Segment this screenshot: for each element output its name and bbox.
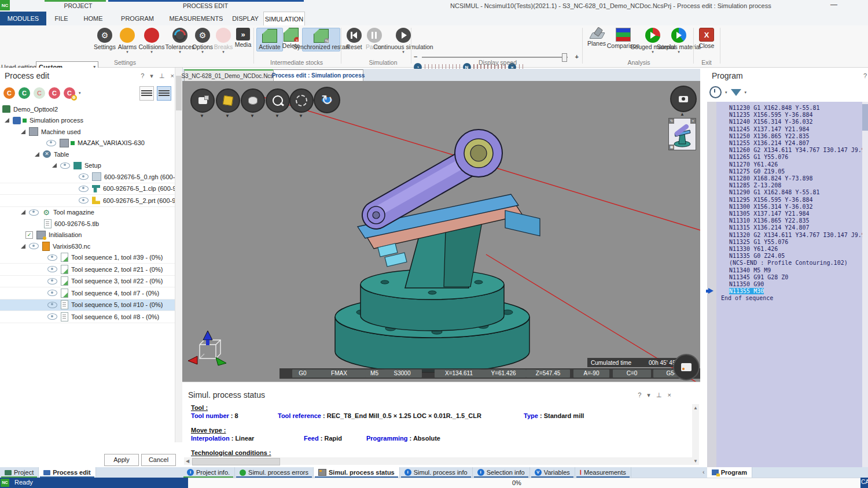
program-line[interactable]: N11250 X136.865 Y22.835 [716, 133, 862, 140]
ribbon-tab-simulation[interactable]: SIMULATION [263, 12, 305, 26]
tree-item[interactable]: ✕Table [0, 149, 175, 160]
tab-selection-info[interactable]: iSelection info [473, 467, 530, 478]
tree-item[interactable]: 600-92676-5_1.clp (600-9267 [0, 183, 175, 195]
pin-icon[interactable]: ⊥ [656, 391, 662, 398]
stock-display-icon[interactable] [216, 88, 240, 113]
visibility-eye-icon[interactable] [79, 173, 89, 180]
tab-simul-process-status[interactable]: Simul. process status [314, 467, 400, 478]
chevron-down-icon[interactable]: ▼ [299, 113, 303, 119]
close-button[interactable]: X Close [696, 28, 718, 49]
timer-icon[interactable] [709, 86, 722, 98]
ribbon-tab-home[interactable]: HOME [76, 12, 110, 25]
tab-process-edit[interactable]: Process edit [39, 467, 95, 478]
program-line[interactable]: N11295 X156.595 Y-36.884 [716, 197, 862, 204]
program-line[interactable]: N11305 X137.147 Y21.984 [716, 210, 862, 217]
visibility-eye-icon[interactable] [79, 197, 89, 204]
program-line[interactable]: N11235 X156.595 Y-36.884 [716, 112, 862, 119]
tree-item[interactable]: MAZAK_VARIAXIS-630 [0, 138, 175, 149]
status-vertical-scrollbar[interactable]: ▲ ▼ [692, 404, 699, 465]
list-view-button[interactable] [139, 86, 154, 101]
tree-item[interactable]: Setup [0, 160, 175, 172]
visibility-eye-icon[interactable] [46, 140, 56, 146]
ribbon-tab-program[interactable]: PROGRAM [110, 12, 165, 25]
program-line[interactable]: N11240 X156.314 Y-36.032 [716, 119, 862, 125]
slider-handle[interactable] [562, 53, 567, 62]
slider-track[interactable] [422, 57, 568, 58]
program-line[interactable]: (NCS-END : Profile Contouring.102) [716, 260, 862, 267]
slider-minus[interactable]: − [414, 53, 417, 60]
gcode-listing[interactable]: N11230 G1 X162.848 Y-55.81N11235 X156.59… [707, 102, 862, 467]
tolerances-button[interactable]: Tolerances ▾ [165, 28, 194, 54]
surplus-material-button[interactable]: Surplus material ▾ [665, 28, 692, 54]
minimap-grid-icon[interactable]: ▦ [669, 145, 674, 150]
program-line[interactable]: N11265 G1 Y55.076 [716, 154, 862, 161]
reset-button[interactable]: Reset [344, 28, 365, 50]
filter-icon[interactable] [731, 89, 741, 96]
visibility-eye-icon[interactable] [79, 186, 89, 192]
visibility-eye-icon[interactable] [47, 266, 57, 272]
tree-item[interactable]: Simulation process [0, 115, 175, 127]
program-line[interactable]: N11275 G0 Z19.05 [716, 168, 862, 175]
scroll-left-icon[interactable]: ‹ [700, 467, 707, 478]
program-line[interactable]: N11350 G90 [716, 281, 862, 288]
settings-button[interactable]: ⚙ Settings [93, 28, 117, 50]
program-line[interactable]: N11310 X136.865 Y22.835 [716, 217, 862, 224]
program-line[interactable]: N11260 G2 X134.611 Y34.767 I30.147 J9.96 [716, 147, 862, 154]
simulation-mode-3-icon[interactable]: C [34, 87, 45, 99]
chevron-down-icon[interactable]: ▾ [725, 90, 727, 95]
expander-icon[interactable] [35, 152, 39, 157]
tree-item[interactable]: Tool sequence 3, tool #22 - (0%) [0, 276, 175, 288]
program-line[interactable]: N11315 X136.214 Y24.807 [716, 224, 862, 231]
chevron-up-icon[interactable]: ▲ [680, 112, 685, 117]
tree-item[interactable]: ⚙Tool magazine [0, 207, 175, 219]
scroll-left-icon[interactable]: ◀ [184, 457, 191, 465]
tree-item[interactable]: Tool sequence 6, tool #8 - (0%) [0, 311, 175, 323]
program-line[interactable]: N11285 Z-13.208 [716, 182, 862, 189]
tree-item[interactable]: Tool sequence 4, tool #7 - (0%) [0, 287, 175, 300]
program-line[interactable]: N11280 X168.824 Y-73.898 [716, 175, 862, 182]
alarms-button[interactable]: Alarms ▾ [117, 28, 138, 54]
program-line[interactable]: N11270 Y61.426 [716, 161, 862, 168]
visibility-eye-icon[interactable] [47, 302, 57, 308]
checkbox[interactable]: ✓ [25, 231, 33, 239]
viewport-tab-simulation[interactable]: Process edit : Simulation process [273, 69, 363, 82]
program-line[interactable]: N11335 G0 Z24.05 [716, 253, 862, 260]
tree-item[interactable]: 600-92676-5_2.prt (600-92676 [0, 195, 175, 207]
simulation-mode-5-icon[interactable]: C⚙ [64, 87, 75, 99]
3d-viewport[interactable]: ↻ ▼ ▼ ▼ ▼ ▼ ▲ ↻ × ▦ [182, 81, 700, 382]
chevron-down-icon[interactable]: ▾ [647, 391, 650, 398]
chevron-down-icon[interactable]: ▾ [150, 72, 153, 79]
selection-tool-icon[interactable] [289, 88, 314, 113]
program-line[interactable]: End of sequence [716, 295, 862, 302]
tab-project[interactable]: Project [0, 467, 39, 478]
close-icon[interactable]: × [668, 391, 671, 398]
tree-item[interactable]: Demo_Opttool2 [0, 103, 175, 115]
ribbon-tab-modules[interactable]: MODULES [0, 12, 46, 25]
tree-item[interactable]: Tool sequence 1, tool #39 - (0%) [0, 252, 175, 264]
tree-item[interactable]: Tool sequence 5, tool #10 - (0%) [0, 300, 175, 312]
simulation-mode-2-icon[interactable]: C [19, 87, 30, 99]
rotation-tool-icon[interactable]: ↻ [314, 87, 340, 113]
visibility-eye-icon[interactable] [60, 162, 70, 169]
program-line[interactable]: N11300 X156.314 Y-36.032 [716, 204, 862, 210]
continuous-simulation-button[interactable]: Continuous simulation ▾ [384, 28, 422, 54]
simulation-mode-1-icon[interactable]: C [3, 87, 15, 99]
program-line[interactable]: N11230 G1 X162.848 Y-55.81 [716, 105, 862, 112]
material-display-icon[interactable] [241, 88, 265, 113]
program-line[interactable]: N11330 Y61.426 [716, 246, 862, 253]
tree-item[interactable]: Varixis630.nc [0, 241, 175, 252]
machine-control-icon[interactable] [673, 354, 700, 380]
expander-icon[interactable] [21, 210, 25, 215]
tab-project-info[interactable]: iProject info. [182, 467, 235, 478]
expander-icon[interactable] [21, 244, 25, 249]
synchronized-restart-button[interactable]: ⇆ Synchronized restart [302, 28, 340, 51]
expander-icon[interactable] [52, 163, 57, 168]
tree-item[interactable]: 600-92676-5.tlb [0, 218, 175, 230]
close-icon[interactable]: × [171, 72, 174, 79]
tab-simul-process-errors[interactable]: Simul. process errors [235, 467, 314, 478]
tree-item[interactable]: Machine used [0, 126, 175, 138]
scroll-down-icon[interactable]: ▼ [692, 457, 699, 465]
visibility-eye-icon[interactable] [47, 313, 57, 320]
help-icon[interactable]: ? [863, 72, 867, 79]
cancel-button[interactable]: Cancel [141, 454, 176, 466]
